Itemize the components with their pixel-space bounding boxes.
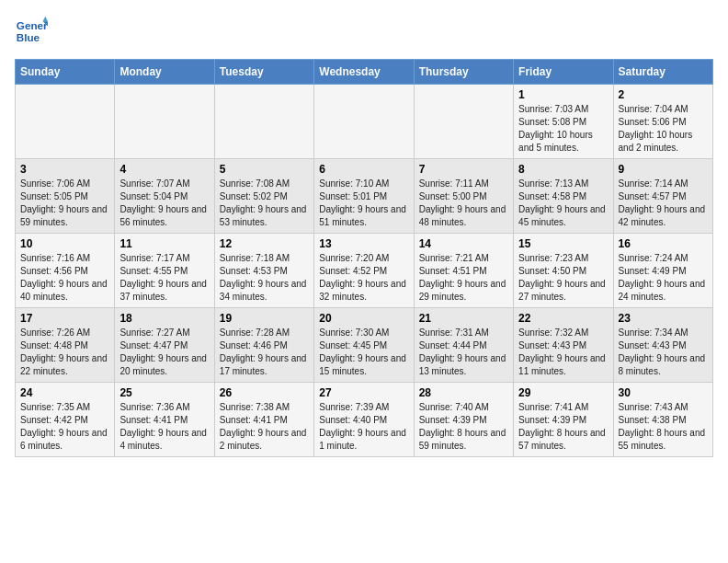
calendar-day-cell xyxy=(214,85,313,159)
calendar-day-cell: 8Sunrise: 7:13 AMSunset: 4:58 PMDaylight… xyxy=(514,159,613,234)
day-number: 17 xyxy=(20,312,109,325)
day-number: 25 xyxy=(119,386,209,399)
calendar-day-cell: 4Sunrise: 7:07 AMSunset: 5:04 PMDaylight… xyxy=(115,159,214,234)
calendar-day-cell: 9Sunrise: 7:14 AMSunset: 4:57 PMDaylight… xyxy=(613,159,712,234)
calendar-week-row: 1Sunrise: 7:03 AMSunset: 5:08 PMDaylight… xyxy=(16,85,713,159)
logo-icon: General Blue xyxy=(15,15,48,48)
svg-text:Blue: Blue xyxy=(17,31,40,43)
day-info: Sunrise: 7:04 AMSunset: 5:06 PMDaylight:… xyxy=(619,103,708,155)
calendar-day-cell: 15Sunrise: 7:23 AMSunset: 4:50 PMDayligh… xyxy=(514,234,613,308)
calendar-day-cell: 27Sunrise: 7:39 AMSunset: 4:40 PMDayligh… xyxy=(314,383,414,457)
day-number: 29 xyxy=(518,386,608,399)
calendar-day-cell: 17Sunrise: 7:26 AMSunset: 4:48 PMDayligh… xyxy=(16,308,115,383)
day-info: Sunrise: 7:43 AMSunset: 4:38 PMDaylight:… xyxy=(619,401,708,453)
day-info: Sunrise: 7:14 AMSunset: 4:57 PMDaylight:… xyxy=(619,178,708,229)
calendar-week-row: 24Sunrise: 7:35 AMSunset: 4:42 PMDayligh… xyxy=(16,383,713,457)
day-number: 30 xyxy=(619,386,708,399)
day-number: 11 xyxy=(119,237,209,250)
day-number: 2 xyxy=(619,88,708,101)
day-number: 7 xyxy=(419,163,508,176)
day-number: 28 xyxy=(419,386,508,399)
calendar-day-cell xyxy=(314,85,414,159)
day-number: 20 xyxy=(319,312,408,325)
calendar-day-cell: 23Sunrise: 7:34 AMSunset: 4:43 PMDayligh… xyxy=(613,308,712,383)
logo: General Blue xyxy=(15,15,48,48)
day-info: Sunrise: 7:18 AMSunset: 4:53 PMDaylight:… xyxy=(220,252,309,304)
day-info: Sunrise: 7:38 AMSunset: 4:41 PMDaylight:… xyxy=(220,401,309,453)
day-number: 14 xyxy=(419,237,508,250)
calendar-day-cell: 1Sunrise: 7:03 AMSunset: 5:08 PMDaylight… xyxy=(514,85,613,159)
calendar-day-cell: 20Sunrise: 7:30 AMSunset: 4:45 PMDayligh… xyxy=(314,308,414,383)
weekday-header-friday: Friday xyxy=(514,60,613,85)
day-number: 6 xyxy=(319,163,408,176)
day-info: Sunrise: 7:20 AMSunset: 4:52 PMDaylight:… xyxy=(319,252,408,304)
weekday-header-row: SundayMondayTuesdayWednesdayThursdayFrid… xyxy=(16,60,713,85)
day-number: 21 xyxy=(419,312,508,325)
day-info: Sunrise: 7:35 AMSunset: 4:42 PMDaylight:… xyxy=(20,401,109,453)
day-info: Sunrise: 7:13 AMSunset: 4:58 PMDaylight:… xyxy=(518,178,608,229)
calendar-day-cell: 21Sunrise: 7:31 AMSunset: 4:44 PMDayligh… xyxy=(414,308,513,383)
calendar-day-cell: 25Sunrise: 7:36 AMSunset: 4:41 PMDayligh… xyxy=(115,383,214,457)
day-info: Sunrise: 7:34 AMSunset: 4:43 PMDaylight:… xyxy=(619,327,708,378)
day-info: Sunrise: 7:36 AMSunset: 4:41 PMDaylight:… xyxy=(119,401,209,453)
day-info: Sunrise: 7:16 AMSunset: 4:56 PMDaylight:… xyxy=(20,252,109,304)
day-number: 8 xyxy=(518,163,608,176)
day-info: Sunrise: 7:06 AMSunset: 5:05 PMDaylight:… xyxy=(20,178,109,229)
day-info: Sunrise: 7:39 AMSunset: 4:40 PMDaylight:… xyxy=(319,401,408,453)
day-number: 23 xyxy=(619,312,708,325)
calendar-day-cell: 3Sunrise: 7:06 AMSunset: 5:05 PMDaylight… xyxy=(16,159,115,234)
weekday-header-monday: Monday xyxy=(115,60,214,85)
calendar-table: SundayMondayTuesdayWednesdayThursdayFrid… xyxy=(15,59,713,457)
weekday-header-wednesday: Wednesday xyxy=(314,60,414,85)
day-info: Sunrise: 7:08 AMSunset: 5:02 PMDaylight:… xyxy=(220,178,309,229)
day-info: Sunrise: 7:40 AMSunset: 4:39 PMDaylight:… xyxy=(419,401,508,453)
calendar-day-cell: 18Sunrise: 7:27 AMSunset: 4:47 PMDayligh… xyxy=(115,308,214,383)
day-number: 10 xyxy=(20,237,109,250)
calendar-day-cell: 7Sunrise: 7:11 AMSunset: 5:00 PMDaylight… xyxy=(414,159,513,234)
day-info: Sunrise: 7:10 AMSunset: 5:01 PMDaylight:… xyxy=(319,178,408,229)
day-number: 16 xyxy=(619,237,708,250)
page-header: General Blue xyxy=(15,15,713,48)
calendar-day-cell: 28Sunrise: 7:40 AMSunset: 4:39 PMDayligh… xyxy=(414,383,513,457)
weekday-header-tuesday: Tuesday xyxy=(214,60,313,85)
day-info: Sunrise: 7:26 AMSunset: 4:48 PMDaylight:… xyxy=(20,327,109,378)
day-info: Sunrise: 7:41 AMSunset: 4:39 PMDaylight:… xyxy=(518,401,608,453)
weekday-header-saturday: Saturday xyxy=(613,60,712,85)
day-number: 5 xyxy=(220,163,309,176)
calendar-day-cell: 24Sunrise: 7:35 AMSunset: 4:42 PMDayligh… xyxy=(16,383,115,457)
day-info: Sunrise: 7:21 AMSunset: 4:51 PMDaylight:… xyxy=(419,252,508,304)
day-number: 3 xyxy=(20,163,109,176)
day-info: Sunrise: 7:28 AMSunset: 4:46 PMDaylight:… xyxy=(220,327,309,378)
calendar-week-row: 10Sunrise: 7:16 AMSunset: 4:56 PMDayligh… xyxy=(16,234,713,308)
calendar-day-cell: 26Sunrise: 7:38 AMSunset: 4:41 PMDayligh… xyxy=(214,383,313,457)
calendar-day-cell: 5Sunrise: 7:08 AMSunset: 5:02 PMDaylight… xyxy=(214,159,313,234)
day-number: 12 xyxy=(220,237,309,250)
calendar-day-cell: 2Sunrise: 7:04 AMSunset: 5:06 PMDaylight… xyxy=(613,85,712,159)
day-info: Sunrise: 7:27 AMSunset: 4:47 PMDaylight:… xyxy=(119,327,209,378)
day-number: 18 xyxy=(119,312,209,325)
calendar-day-cell xyxy=(115,85,214,159)
calendar-body: 1Sunrise: 7:03 AMSunset: 5:08 PMDaylight… xyxy=(16,85,713,457)
day-info: Sunrise: 7:32 AMSunset: 4:43 PMDaylight:… xyxy=(518,327,608,378)
calendar-day-cell: 16Sunrise: 7:24 AMSunset: 4:49 PMDayligh… xyxy=(613,234,712,308)
day-number: 22 xyxy=(518,312,608,325)
day-number: 26 xyxy=(220,386,309,399)
day-info: Sunrise: 7:03 AMSunset: 5:08 PMDaylight:… xyxy=(518,103,608,155)
day-info: Sunrise: 7:31 AMSunset: 4:44 PMDaylight:… xyxy=(419,327,508,378)
calendar-day-cell: 14Sunrise: 7:21 AMSunset: 4:51 PMDayligh… xyxy=(414,234,513,308)
calendar-day-cell xyxy=(414,85,513,159)
weekday-header-thursday: Thursday xyxy=(414,60,513,85)
day-info: Sunrise: 7:23 AMSunset: 4:50 PMDaylight:… xyxy=(518,252,608,304)
calendar-day-cell: 19Sunrise: 7:28 AMSunset: 4:46 PMDayligh… xyxy=(214,308,313,383)
calendar-day-cell: 22Sunrise: 7:32 AMSunset: 4:43 PMDayligh… xyxy=(514,308,613,383)
day-number: 9 xyxy=(619,163,708,176)
calendar-week-row: 3Sunrise: 7:06 AMSunset: 5:05 PMDaylight… xyxy=(16,159,713,234)
calendar-week-row: 17Sunrise: 7:26 AMSunset: 4:48 PMDayligh… xyxy=(16,308,713,383)
calendar-day-cell: 10Sunrise: 7:16 AMSunset: 4:56 PMDayligh… xyxy=(16,234,115,308)
weekday-header-sunday: Sunday xyxy=(16,60,115,85)
day-info: Sunrise: 7:07 AMSunset: 5:04 PMDaylight:… xyxy=(119,178,209,229)
calendar-header: SundayMondayTuesdayWednesdayThursdayFrid… xyxy=(16,60,713,85)
day-number: 1 xyxy=(518,88,608,101)
calendar-day-cell: 29Sunrise: 7:41 AMSunset: 4:39 PMDayligh… xyxy=(514,383,613,457)
calendar-day-cell: 30Sunrise: 7:43 AMSunset: 4:38 PMDayligh… xyxy=(613,383,712,457)
